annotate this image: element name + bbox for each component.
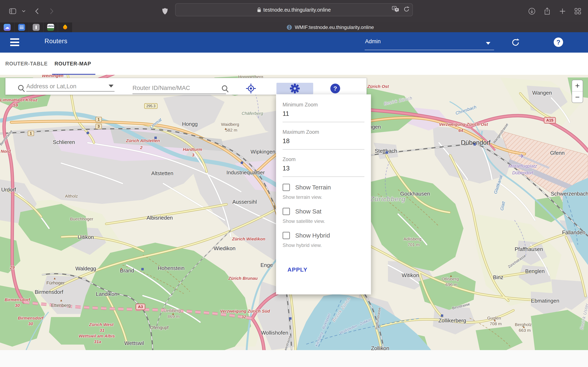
pinned-tab[interactable] <box>0 22 15 32</box>
menu-icon[interactable] <box>10 38 19 46</box>
field-label: Maximum Zoom <box>283 129 364 135</box>
field-value[interactable]: 18 <box>283 137 364 145</box>
reload-icon[interactable] <box>403 6 410 13</box>
sidebar-icon[interactable] <box>8 0 17 22</box>
map-settings-panel: Minimum Zoom 11 Maximum Zoom 18 Zoom 13 … <box>276 94 371 294</box>
page-bottom-strip <box>0 350 588 367</box>
favicon <box>4 24 11 31</box>
map-zoom-control: + − <box>572 80 583 103</box>
back-button[interactable] <box>33 0 41 22</box>
favicon <box>62 24 69 31</box>
chevron-down-icon <box>486 42 490 45</box>
zoom-field[interactable]: Maximum Zoom 18 <box>283 129 364 150</box>
checkbox[interactable] <box>283 208 290 215</box>
checkbox-label: Show Sat <box>295 208 321 215</box>
map-help-button[interactable]: ? <box>330 83 340 93</box>
pinned-tab[interactable] <box>43 22 58 32</box>
gear-icon[interactable] <box>290 83 300 94</box>
tab-router-map[interactable]: ROUTER-MAP <box>54 53 91 75</box>
checkbox[interactable] <box>283 232 290 239</box>
browser-toolbar: testnode.eu.thingularity.online A <box>0 0 588 22</box>
new-tab-icon[interactable] <box>557 0 568 22</box>
header-help-button[interactable]: ? <box>554 38 563 47</box>
view-checkboxes: Show Terrain Show terrain view. Show Sat… <box>283 184 364 248</box>
url-bar[interactable]: testnode.eu.thingularity.online A <box>175 3 413 16</box>
checkbox-description: Show satellite view. <box>283 218 364 224</box>
apply-button[interactable]: APPLY <box>287 267 307 273</box>
url-text: testnode.eu.thingularity.online <box>263 7 331 13</box>
tab-overview-icon[interactable] <box>573 0 583 22</box>
share-icon[interactable] <box>542 0 552 22</box>
checkbox-description: Show terrain view. <box>283 194 364 200</box>
zoom-field[interactable]: Zoom 13 <box>283 156 364 177</box>
forward-button[interactable] <box>47 0 56 22</box>
app-header: Routers Admin ? <box>0 32 588 53</box>
checkbox-row: Show Terrain Show terrain view. <box>283 184 364 200</box>
zoom-field[interactable]: Minimum Zoom 11 <box>283 102 364 122</box>
checkbox-label: Show Terrain <box>295 184 331 191</box>
checkbox-label: Show Hybrid <box>295 232 330 239</box>
user-select[interactable]: Admin <box>365 36 494 49</box>
router-tabs: ROUTER-TABLE ROUTER-MAP <box>0 53 588 75</box>
field-value[interactable]: 11 <box>283 110 364 117</box>
zoom-out-button[interactable]: − <box>572 92 583 103</box>
zoom-fields: Minimum Zoom 11 Maximum Zoom 18 Zoom 13 <box>283 102 364 177</box>
tab-group-chevron-icon[interactable] <box>21 0 26 22</box>
checkbox[interactable] <box>283 184 290 191</box>
search-icon <box>18 85 25 92</box>
translate-icon[interactable]: A <box>392 6 399 13</box>
active-tab[interactable]: WMIF:testnode.eu.thingularity.online <box>72 22 588 32</box>
pinned-tab[interactable] <box>15 22 29 32</box>
favicon <box>47 24 54 31</box>
favicon <box>33 24 40 31</box>
globe-favicon <box>287 25 292 30</box>
lock-icon <box>257 7 261 12</box>
router-search-input[interactable]: Router ID/Name/MAC <box>132 85 190 91</box>
pinned-tab[interactable] <box>58 22 72 32</box>
zoom-in-button[interactable]: + <box>572 80 583 92</box>
field-label: Minimum Zoom <box>283 102 364 108</box>
pinned-tabs <box>0 22 72 32</box>
locate-icon[interactable] <box>246 83 256 94</box>
user-select-value: Admin <box>365 38 381 45</box>
refresh-button[interactable] <box>510 37 521 48</box>
pinned-tab[interactable] <box>29 22 43 32</box>
address-dropdown-caret-icon[interactable] <box>109 85 113 87</box>
browser-tab-strip: WMIF:testnode.eu.thingularity.online <box>0 22 588 32</box>
privacy-shield-icon[interactable] <box>160 0 169 22</box>
checkbox-description: Show hybrid view. <box>283 242 364 248</box>
map-toolbar: Address or Lat,Lon Router ID/Name/MAC ? <box>5 78 367 95</box>
page-title: Routers <box>44 38 67 45</box>
field-label: Zoom <box>283 156 364 162</box>
address-input[interactable]: Address or Lat,Lon <box>26 83 76 90</box>
tab-router-table[interactable]: ROUTER-TABLE <box>5 53 48 75</box>
downloads-icon[interactable] <box>527 0 537 22</box>
field-value[interactable]: 13 <box>283 165 364 172</box>
checkbox-row: Show Sat Show satellite view. <box>283 208 364 224</box>
router-search-icon[interactable] <box>222 85 229 93</box>
tab-title: WMIF:testnode.eu.thingularity.online <box>295 25 374 30</box>
favicon <box>18 24 25 31</box>
checkbox-row: Show Hybrid Show hybrid view. <box>283 232 364 248</box>
